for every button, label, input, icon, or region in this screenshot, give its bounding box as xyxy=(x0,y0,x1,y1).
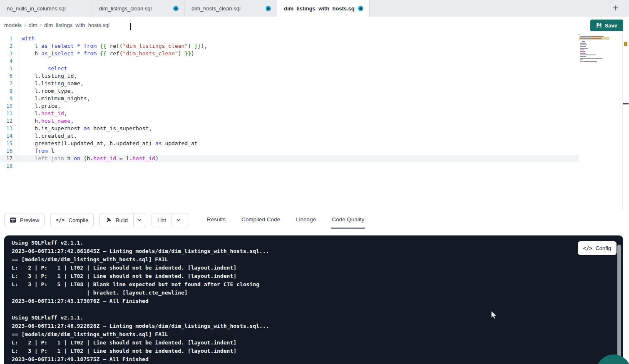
breadcrumb-segment[interactable]: dim xyxy=(29,22,37,28)
editor-tab-bar: no_nulls_in_columns.sqldim_listings_clea… xyxy=(0,0,629,17)
panel-tab-lineage[interactable]: Lineage xyxy=(295,215,317,229)
code-line-10[interactable]: 10 l.price, xyxy=(0,102,579,110)
terminal-line: 2023-06-06T11:27:42.861845Z — Linting mo… xyxy=(12,247,269,255)
terminal-line: 2023-06-06T11:27:49.187575Z — All Finish… xyxy=(12,355,269,364)
code-line-9[interactable]: 9 l.minimum_nights, xyxy=(0,95,579,102)
terminal-line xyxy=(12,305,269,314)
code-text: l.host_id, xyxy=(18,110,67,117)
code-text xyxy=(18,57,22,65)
panel-tab-results[interactable]: Results xyxy=(206,215,226,229)
file-tab-dim_listings_clean[interactable]: dim_listings_clean.sql xyxy=(92,0,185,17)
code-text: greatest(l.updated_at, h.updated_at) as … xyxy=(18,140,198,147)
minimap-line xyxy=(579,58,609,59)
code-text: with xyxy=(18,35,35,42)
terminal-line: 2023-06-06T11:27:48.922828Z — Linting mo… xyxy=(12,322,269,330)
unsaved-changes-icon xyxy=(173,6,179,11)
terminal-line: Using SQLFluff v2.1.1. xyxy=(12,314,269,322)
file-tab-dim_listings_with_hosts[interactable]: dim_listings_with_hosts.sql xyxy=(277,0,370,17)
file-tab-label: no_nulls_in_columns.sql xyxy=(7,5,86,12)
minimap-line xyxy=(579,59,609,60)
build-button[interactable]: Build xyxy=(100,213,133,227)
minimap-line xyxy=(579,38,609,39)
overview-ruler[interactable] xyxy=(622,34,629,210)
code-line-7[interactable]: 7 l.listing_name, xyxy=(0,80,579,87)
terminal-line: | bracket. [layout.cte_newline] xyxy=(12,289,269,297)
code-line-14[interactable]: 14 l.created_at, xyxy=(0,132,579,140)
lint-button-group: Lint xyxy=(152,213,188,227)
build-dropdown-button[interactable] xyxy=(133,213,146,227)
line-number: 15 xyxy=(0,140,18,147)
code-text: h as (select * from {{ ref("dim_hosts_cl… xyxy=(18,50,194,57)
minimap-line xyxy=(579,51,609,52)
breadcrumb-row: models›dim›dim_listings_with_hosts.sql S… xyxy=(0,17,629,33)
code-text: h.host_name, xyxy=(18,117,74,125)
file-tab-dim_hosts_clean[interactable]: dim_hosts_clean.sql xyxy=(185,0,277,17)
minimap-line xyxy=(579,43,609,44)
code-line-6[interactable]: 6 l.listing_id, xyxy=(0,72,579,80)
code-text: select xyxy=(18,65,67,72)
terminal-line: L: 3 | P: 1 | LT02 | Line should not be … xyxy=(12,347,269,355)
code-line-8[interactable]: 8 l.room_type, xyxy=(0,87,579,95)
editor-minimap[interactable] xyxy=(579,35,609,84)
line-number: 3 xyxy=(0,50,18,57)
code-line-17[interactable]: 17 left join h on (h.host_id = l.host_id… xyxy=(0,155,579,162)
code-line-1[interactable]: 1with xyxy=(0,35,579,42)
minimap-line xyxy=(579,41,609,42)
panel-tab-code-quality[interactable]: Code Quality xyxy=(331,215,365,229)
lint-button[interactable]: Lint xyxy=(152,213,172,227)
line-number: 9 xyxy=(0,95,18,102)
code-text: l.room_type, xyxy=(18,87,74,95)
bottom-toolbar: Preview </> Compile Build xyxy=(0,210,629,235)
file-tab-label: dim_listings_with_hosts.sql xyxy=(284,5,355,12)
minimap-line xyxy=(579,61,609,62)
minimap-line xyxy=(579,46,609,47)
line-number: 13 xyxy=(0,125,18,132)
chevron-down-icon xyxy=(176,217,181,223)
code-text: l.listing_id, xyxy=(18,72,77,80)
panel-tab-compiled-code[interactable]: Compiled Code xyxy=(241,215,281,229)
code-text: l.minimum_nights, xyxy=(18,95,90,102)
file-tab-no_nulls_in_columns[interactable]: no_nulls_in_columns.sql xyxy=(0,0,92,17)
code-line-13[interactable]: 13 h.is_superhost as host_is_superhost, xyxy=(0,125,579,132)
code-text: left join h on (h.host_id = l.host_id) xyxy=(18,155,159,162)
terminal-line: L: 3 | P: 1 | LT02 | Line should not be … xyxy=(12,272,269,280)
code-line-15[interactable]: 15 greatest(l.updated_at, h.updated_at) … xyxy=(0,140,579,147)
minimap-line xyxy=(579,35,609,35)
new-tab-button[interactable]: + xyxy=(610,2,622,14)
code-line-4[interactable]: 4 xyxy=(0,57,579,65)
terminal-scrollbar[interactable] xyxy=(617,245,621,359)
line-number: 6 xyxy=(0,72,18,80)
mouse-cursor xyxy=(490,310,499,322)
minimap-line xyxy=(579,48,609,49)
code-icon: </> xyxy=(56,217,65,223)
config-button[interactable]: </> Config xyxy=(578,241,617,255)
minimap-line xyxy=(579,56,609,57)
line-number: 2 xyxy=(0,42,18,50)
terminal-line: L: 2 | P: 1 | LT02 | Line should not be … xyxy=(12,264,269,272)
ruler-cursor-marker xyxy=(623,103,629,104)
code-line-3[interactable]: 3 h as (select * from {{ ref("dim_hosts_… xyxy=(0,50,579,57)
code-editor[interactable]: 1with2 l as (select * from {{ ref("dim_l… xyxy=(0,34,629,210)
ruler-warning-marker xyxy=(624,42,627,46)
breadcrumb-segment[interactable]: models xyxy=(4,22,22,28)
file-tab-label: dim_hosts_clean.sql xyxy=(191,5,262,12)
code-line-12[interactable]: 12 h.host_name, xyxy=(0,117,579,125)
chevron-right-icon: › xyxy=(24,22,26,28)
code-line-18[interactable]: 18 xyxy=(0,162,579,170)
minimap-line xyxy=(579,40,609,40)
line-number: 17 xyxy=(0,155,18,162)
lint-label: Lint xyxy=(157,217,166,223)
line-number: 4 xyxy=(0,57,18,65)
lint-dropdown-button[interactable] xyxy=(172,213,185,227)
line-number: 7 xyxy=(0,80,18,87)
preview-button[interactable]: Preview xyxy=(4,213,45,227)
save-button[interactable]: Save xyxy=(590,20,623,31)
code-line-5[interactable]: 5 select xyxy=(0,65,579,72)
result-panel-tabs: ResultsCompiled CodeLineageCode Quality xyxy=(206,215,365,229)
line-number: 16 xyxy=(0,147,18,155)
compile-button[interactable]: </> Compile xyxy=(50,213,94,227)
code-line-2[interactable]: 2 l as (select * from {{ ref("dim_listin… xyxy=(0,42,579,50)
line-number: 1 xyxy=(0,35,18,42)
code-line-11[interactable]: 11 l.host_id, xyxy=(0,110,579,117)
code-line-16[interactable]: 16 from l xyxy=(0,147,579,155)
